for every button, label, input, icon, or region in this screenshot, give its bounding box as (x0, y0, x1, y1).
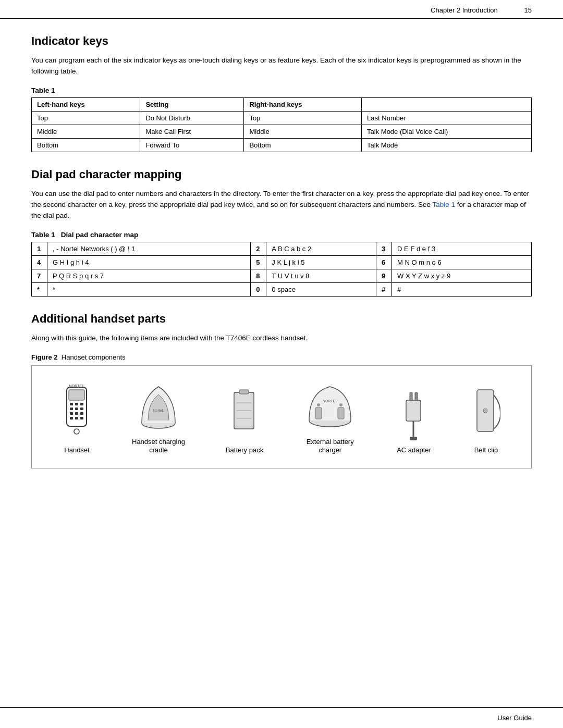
svg-rect-3 (70, 403, 73, 405)
col-empty (362, 97, 532, 111)
svg-rect-7 (75, 408, 78, 410)
table-row: Middle Make Call First Middle Talk Mode … (32, 125, 532, 138)
key-val: M N O m n o 6 (392, 255, 532, 269)
page-footer: User Guide (0, 707, 563, 728)
svg-rect-12 (70, 417, 73, 419)
header-right: Chapter 2 Introduction 15 (431, 6, 532, 14)
main-content: Indicator keys You can program each of t… (0, 19, 563, 521)
battery-icon (231, 385, 258, 442)
key-val: G H I g h i 4 (47, 255, 251, 269)
cell: Make Call First (140, 125, 244, 138)
handset-icon: NORTEL (63, 385, 91, 442)
col-left-hand-keys: Left-hand keys (32, 97, 140, 111)
ac-adapter-caption: AC adapter (397, 446, 431, 455)
key-num: 5 (251, 255, 266, 269)
table-row: 4 G H I g h i 4 5 J K L j k l 5 6 M N O … (32, 255, 532, 269)
svg-point-2 (74, 429, 79, 434)
page-number: 15 (524, 6, 532, 14)
svg-rect-4 (75, 403, 78, 405)
handset-caption: Handset (64, 446, 89, 455)
svg-rect-14 (80, 417, 83, 419)
cell: Top (244, 111, 362, 125)
ext-charger-icon: NORTEL (304, 376, 356, 434)
svg-rect-1 (69, 390, 84, 400)
key-val: T U V t u v 8 (266, 269, 376, 282)
col-right-hand-keys: Right-hand keys (244, 97, 362, 111)
cell: Talk Mode (362, 138, 532, 152)
svg-rect-5 (80, 403, 83, 405)
table-row: 1 , - Nortel Networks ( ) @ ! 1 2 A B C … (32, 242, 532, 255)
ext-charger-caption: External batterycharger (307, 438, 354, 455)
svg-text:NORTEL: NORTEL (323, 399, 337, 403)
svg-rect-11 (80, 412, 83, 415)
figure-label-bold: Figure 2 (31, 353, 58, 361)
svg-rect-25 (338, 408, 344, 419)
key-num: 0 (251, 282, 266, 296)
figure-box: NORTEL Handset (31, 365, 532, 469)
svg-rect-6 (70, 408, 73, 410)
table-row: 7 P Q R S p q r s 7 8 T U V t u v 8 9 W … (32, 269, 532, 282)
figure-item-cradle: NorteL Handset chargingcradle (132, 376, 185, 455)
ac-adapter-icon (398, 385, 430, 442)
cradle-icon: NorteL (138, 376, 179, 434)
table1-link[interactable]: Table 1 (432, 201, 455, 208)
cell: Do Not Disturb (140, 111, 244, 125)
key-num: 2 (251, 242, 266, 255)
key-num: 7 (32, 269, 47, 282)
svg-text:NorteL: NorteL (153, 409, 164, 412)
figure-item-battery: Battery pack (226, 385, 263, 455)
key-num: 8 (251, 269, 266, 282)
svg-point-26 (317, 403, 320, 406)
svg-rect-9 (70, 412, 73, 415)
key-num: # (376, 282, 392, 296)
battery-caption: Battery pack (226, 446, 263, 455)
key-val: * (47, 282, 251, 296)
indicator-keys-heading: Indicator keys (31, 34, 532, 48)
svg-rect-29 (406, 400, 421, 421)
svg-rect-30 (410, 392, 412, 401)
svg-rect-33 (410, 437, 417, 440)
footer-label: User Guide (497, 714, 532, 722)
table-row: * * 0 0 space # # (32, 282, 532, 296)
col-setting: Setting (140, 97, 244, 111)
key-num: 4 (32, 255, 47, 269)
key-num: 3 (376, 242, 392, 255)
key-num: 9 (376, 269, 392, 282)
figure-item-ac-adapter: AC adapter (397, 385, 431, 455)
dial-pad-heading: Dial pad character mapping (31, 168, 532, 181)
table-row: Top Do Not Disturb Top Last Number (32, 111, 532, 125)
belt-clip-caption: Belt clip (474, 446, 498, 455)
svg-rect-13 (75, 417, 78, 419)
dialpad-table-label: Table 1 Dial pad character map (31, 231, 532, 239)
indicator-keys-paragraph: You can program each of the six indicato… (31, 55, 532, 77)
svg-text:NORTEL: NORTEL (69, 385, 84, 388)
figure-images: NORTEL Handset (42, 376, 521, 455)
key-val: P Q R S p q r s 7 (47, 269, 251, 282)
handset-parts-heading: Additional handset parts (31, 312, 532, 326)
handset-parts-paragraph: Along with this guide, the following ite… (31, 333, 532, 344)
svg-rect-10 (75, 412, 78, 415)
dial-pad-paragraph: You can use the dial pad to enter number… (31, 189, 532, 221)
cell: Talk Mode (Dial Voice Call) (362, 125, 532, 138)
figure-label: Figure 2 Handset components (31, 353, 532, 361)
svg-rect-19 (239, 390, 249, 394)
cell: Top (32, 111, 140, 125)
key-val: J K L j k l 5 (266, 255, 376, 269)
figure-caption: Handset components (62, 353, 126, 361)
cell: Bottom (244, 138, 362, 152)
svg-point-35 (483, 409, 487, 413)
dial-pad-para1: You can use the dial pad to enter number… (31, 190, 529, 208)
figure-item-handset: NORTEL Handset (63, 385, 91, 455)
svg-point-27 (339, 403, 342, 406)
figure-item-ext-charger: NORTEL External batterycharger (304, 376, 356, 455)
svg-rect-31 (415, 392, 418, 401)
cradle-caption: Handset chargingcradle (132, 438, 185, 455)
page-header: Chapter 2 Introduction 15 (0, 0, 563, 19)
table-row: Bottom Forward To Bottom Talk Mode (32, 138, 532, 152)
cell: Middle (244, 125, 362, 138)
chapter-label: Chapter 2 Introduction (431, 6, 498, 14)
key-val: A B C a b c 2 (266, 242, 376, 255)
page-container: Chapter 2 Introduction 15 Indicator keys… (0, 0, 563, 728)
cell: Bottom (32, 138, 140, 152)
key-val: # (392, 282, 532, 296)
